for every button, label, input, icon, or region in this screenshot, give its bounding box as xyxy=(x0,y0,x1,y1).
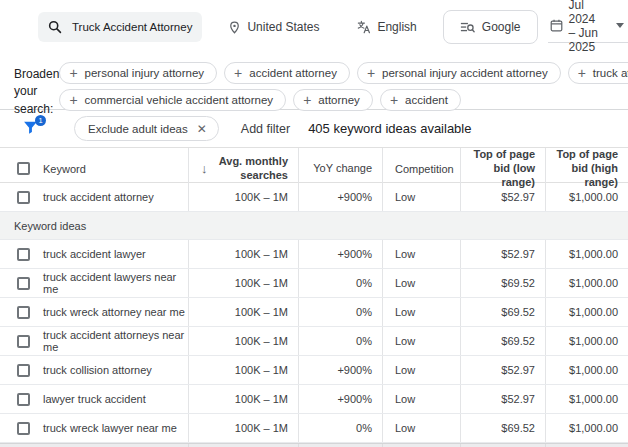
broaden-chip[interactable]: +commercial vehicle accident attorney xyxy=(59,89,286,111)
competition-cell: Low xyxy=(382,298,460,326)
avg-searches-cell: 100K – 1M xyxy=(188,356,298,384)
competition-cell: Low xyxy=(382,385,460,413)
avg-searches-cell: 100K – 1M xyxy=(188,327,298,355)
keyword-cell: truck wreck lawyer near me xyxy=(43,422,177,434)
broaden-chip[interactable]: +attorney xyxy=(293,89,373,111)
keyword-ideas-section-header: Keyword ideas xyxy=(0,212,628,240)
competition-cell: Low xyxy=(382,269,460,297)
header-keyword-label[interactable]: Keyword xyxy=(43,163,86,175)
bid-high-cell: $1,000.00 xyxy=(545,298,628,326)
bid-high-cell: $1,000.00 xyxy=(545,183,628,211)
bid-low-cell: $69.52 xyxy=(460,327,545,355)
table-row[interactable]: lawyer truck accident 100K – 1M +900% Lo… xyxy=(0,385,628,414)
row-checkbox[interactable] xyxy=(17,191,30,204)
bid-low-cell: $52.97 xyxy=(460,183,545,211)
keyword-cell: lawyer truck accident xyxy=(43,393,146,405)
language-selector[interactable]: English xyxy=(357,20,416,34)
broaden-chip[interactable]: +accident attorney xyxy=(224,62,350,84)
location-label: United States xyxy=(247,20,319,34)
plus-icon: + xyxy=(69,93,77,107)
row-checkbox[interactable] xyxy=(17,306,30,319)
yoy-change-cell: +900% xyxy=(298,356,382,384)
avg-searches-cell: 100K – 1M xyxy=(188,269,298,297)
bid-low-cell: $52.97 xyxy=(460,356,545,384)
network-selector[interactable]: Google xyxy=(443,10,538,44)
table-row[interactable]: truck wreck attorney near me 100K – 1M 0… xyxy=(0,298,628,327)
table-row[interactable]: truck accident attorneys near me 100K – … xyxy=(0,327,628,356)
table-row[interactable]: truck wreck lawyer near me 100K – 1M 0% … xyxy=(0,414,628,443)
filter-bar: 1 Exclude adult ideas ✕ Add filter 405 k… xyxy=(0,110,628,147)
row-checkbox[interactable] xyxy=(17,335,30,348)
avg-searches-cell: 100K – 1M xyxy=(188,298,298,326)
yoy-change-cell: 0% xyxy=(298,269,382,297)
exclude-adult-ideas-chip[interactable]: Exclude adult ideas ✕ xyxy=(74,116,219,141)
bid-low-cell: $52.97 xyxy=(460,385,545,413)
competition-cell: Low xyxy=(382,183,460,211)
table-row[interactable]: truck accident lawyers near me 100K – 1M… xyxy=(0,269,628,298)
broaden-chip-label: accident attorney xyxy=(249,67,337,79)
bid-high-cell: $1,000.00 xyxy=(545,240,628,268)
top-toolbar: Truck Accident Attorney United States En… xyxy=(0,0,628,54)
broaden-search-section: Broaden your search: +personal injury at… xyxy=(0,54,628,110)
plus-icon: + xyxy=(390,93,398,107)
broaden-chip[interactable]: +personal injury attorney xyxy=(59,62,217,84)
row-checkbox[interactable] xyxy=(17,422,30,435)
bid-high-cell: $1,000.00 xyxy=(545,356,628,384)
filter-button[interactable]: 1 xyxy=(22,119,42,139)
add-filter-button[interactable]: Add filter xyxy=(241,122,290,136)
plus-icon: + xyxy=(234,66,242,80)
bid-high-cell: $1,000.00 xyxy=(545,327,628,355)
competition-cell: Low xyxy=(382,414,460,442)
sort-descending-icon[interactable]: ↓ xyxy=(201,161,208,177)
keyword-search-input[interactable]: Truck Accident Attorney xyxy=(38,12,202,42)
broaden-search-label: Broaden your search: xyxy=(14,60,59,109)
table-row[interactable]: truck accident attorney 100K – 1M +900% … xyxy=(0,183,628,212)
row-checkbox[interactable] xyxy=(17,248,30,261)
competition-cell: Low xyxy=(382,356,460,384)
row-checkbox[interactable] xyxy=(17,364,30,377)
row-checkbox[interactable] xyxy=(17,393,30,406)
avg-searches-cell: 100K – 1M xyxy=(188,240,298,268)
filter-count-badge: 1 xyxy=(35,115,46,126)
date-range-label: Jul 2024 – Jun 2025 xyxy=(569,0,601,54)
keyword-cell: truck collision attorney xyxy=(43,364,152,376)
date-range-selector[interactable]: Jul 2024 – Jun 2025 xyxy=(548,11,628,43)
yoy-change-cell: 0% xyxy=(298,414,382,442)
competition-cell: Low xyxy=(382,327,460,355)
results-count: 405 keyword ideas available xyxy=(308,121,471,136)
table-row[interactable]: truck collision attorney 100K – 1M +900%… xyxy=(0,356,628,385)
language-label: English xyxy=(377,20,416,34)
keyword-cell: truck accident lawyers near me xyxy=(43,271,188,295)
yoy-change-cell: 0% xyxy=(298,298,382,326)
broaden-chip[interactable]: +personal injury accident attorney xyxy=(357,62,561,84)
translate-icon xyxy=(357,20,371,34)
broaden-chip[interactable]: +truck attorney xyxy=(568,62,628,84)
broaden-chip-label: attorney xyxy=(318,94,360,106)
keyword-planner-page: Truck Accident Attorney United States En… xyxy=(0,0,628,447)
select-all-checkbox[interactable] xyxy=(17,162,30,175)
bid-low-cell: $69.52 xyxy=(460,298,545,326)
bid-low-cell: $52.97 xyxy=(460,240,545,268)
table-row[interactable]: truck accident lawyer 100K – 1M +900% Lo… xyxy=(0,240,628,269)
broaden-chip-label: personal injury accident attorney xyxy=(382,67,548,79)
yoy-change-cell: +900% xyxy=(298,183,382,211)
avg-searches-cell: 100K – 1M xyxy=(188,385,298,413)
location-selector[interactable]: United States xyxy=(228,20,319,34)
yoy-change-cell: +900% xyxy=(298,240,382,268)
table-header: Keyword ↓ Avg. monthly searches YoY chan… xyxy=(0,147,628,183)
plus-icon: + xyxy=(578,66,586,80)
avg-searches-cell: 100K – 1M xyxy=(188,414,298,442)
yoy-change-cell: 0% xyxy=(298,327,382,355)
competition-cell: Low xyxy=(382,240,460,268)
close-icon[interactable]: ✕ xyxy=(197,122,207,136)
plus-icon: + xyxy=(69,66,77,80)
header-avg-searches[interactable]: ↓ Avg. monthly searches xyxy=(188,148,298,189)
yoy-change-cell: +900% xyxy=(298,385,382,413)
plus-icon: + xyxy=(367,66,375,80)
chevron-down-icon xyxy=(616,23,624,28)
broaden-chip[interactable]: +accident xyxy=(380,89,461,111)
bid-low-cell: $69.52 xyxy=(460,269,545,297)
plus-icon: + xyxy=(303,93,311,107)
row-checkbox[interactable] xyxy=(17,277,30,290)
search-input-value: Truck Accident Attorney xyxy=(72,21,192,33)
